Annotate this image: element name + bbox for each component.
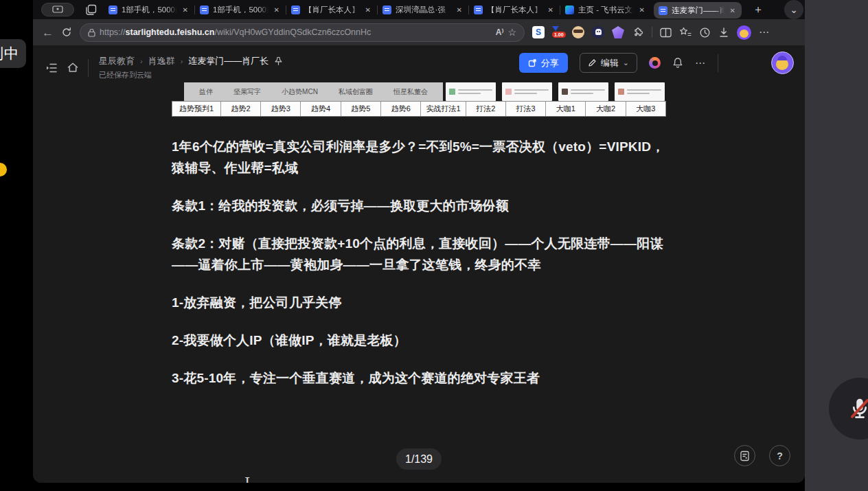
thumbnail-image	[618, 89, 624, 95]
history-button[interactable]	[699, 27, 711, 38]
table-cell[interactable]: 趋势3	[261, 102, 301, 116]
collections-button[interactable]	[679, 27, 692, 38]
refresh-button[interactable]	[61, 27, 72, 38]
chevron-down-icon: ⌄	[623, 58, 629, 67]
browser-tab[interactable]: 【肖厂长本人】直✕	[469, 0, 560, 19]
doc-paragraph[interactable]: 1年6个亿的营收=真实公司利润率是多少？=不到5%=一票否决权（veto）=VI…	[172, 136, 666, 179]
document-icon	[291, 5, 300, 14]
browser-tab[interactable]: 1部手机，5000好✕	[195, 0, 286, 19]
edit-label: 编辑	[601, 57, 619, 69]
browser-tab[interactable]: 主页 - 飞书云文档✕	[560, 0, 651, 19]
recording-ring-icon[interactable]	[649, 57, 661, 69]
edit-button[interactable]: 编辑 ⌄	[580, 53, 637, 73]
browser-tab[interactable]: 连麦掌门——肖厂✕	[654, 2, 742, 19]
catalog-button[interactable]	[734, 445, 755, 466]
recording-status-badge: 录制中	[0, 39, 26, 68]
tab-title: 1部手机，5000好	[122, 5, 177, 15]
tab-title: 主页 - 飞书云文档	[578, 5, 634, 15]
thumbnail-card	[558, 82, 608, 101]
extension-ghost-icon[interactable]	[592, 26, 604, 38]
extension-s-icon[interactable]: S	[532, 26, 545, 38]
breadcrumb-item[interactable]: 肖逸群	[148, 55, 175, 67]
doc-paragraph[interactable]: 条款1：给我的投资款，必须亏掉——换取更大的市场份额	[172, 195, 666, 216]
browser-tab[interactable]: 1部手机，5000好✕	[104, 0, 194, 19]
tab-title: 【肖厂长本人】直	[487, 5, 542, 15]
workspaces-button[interactable]	[85, 4, 97, 16]
breadcrumb-item[interactable]: 连麦掌门——肖厂长	[188, 55, 269, 67]
chevron-down-icon: ⌄	[790, 4, 798, 15]
toggle-sidebar-button[interactable]	[45, 62, 58, 73]
table-cell[interactable]: 大咖1	[546, 102, 586, 116]
page-indicator: 1/139	[396, 448, 442, 470]
browser-tab[interactable]: 【肖厂长本人】直✕	[286, 0, 377, 19]
document-icon	[474, 5, 483, 14]
document-content: 益伴坚果写字小趋势MCN私域创富圈恒星私董会	[33, 82, 805, 483]
course-tab-label: 小趋势MCN	[282, 87, 318, 97]
table-cell[interactable]: 实战打法1	[421, 102, 466, 116]
screen-share-icon	[52, 5, 63, 14]
header-divider	[88, 59, 89, 77]
text-cursor-ibeam: I	[244, 475, 250, 483]
extension-gem-icon[interactable]	[612, 26, 624, 38]
pin-icon[interactable]	[274, 56, 283, 66]
tab-close-icon[interactable]: ✕	[547, 6, 555, 14]
tab-title: 1部手机，5000好	[213, 5, 269, 15]
downloads-button[interactable]	[718, 27, 729, 38]
split-screen-button[interactable]	[660, 27, 672, 38]
feishu-logo-icon	[565, 5, 574, 14]
help-button[interactable]: ?	[769, 445, 790, 466]
doc-paragraph[interactable]: 3-花5-10年，专注一个垂直赛道，成为这个赛道的绝对专家王者	[172, 367, 666, 389]
table-cell[interactable]: 趋势5	[341, 102, 381, 116]
lock-icon	[88, 28, 95, 37]
browser-menu-button[interactable]: ⋯	[759, 26, 770, 38]
table-cell[interactable]: 趋势4	[301, 102, 341, 116]
header-left-controls: 星辰教育›肖逸群›连麦掌门——肖厂长 已经保存到云端	[45, 55, 283, 80]
price-flag-icon	[552, 26, 559, 31]
tab-close-icon[interactable]: ✕	[181, 6, 190, 14]
favorite-star-button[interactable]: ☆	[507, 27, 516, 38]
table-cell[interactable]: 趋势预判1	[172, 102, 221, 116]
url-text: https://starlightedu.feishu.cn/wiki/VqH0…	[100, 27, 371, 37]
tab-activity-button[interactable]	[41, 3, 74, 16]
document-icon	[659, 6, 667, 15]
more-options-button[interactable]: ⋯	[695, 57, 706, 69]
thumbnail-image	[505, 89, 512, 95]
extension-glasses-face-icon[interactable]	[572, 26, 584, 38]
tab-list: 1部手机，5000好✕1部手机，5000好✕【肖厂长本人】直✕深圳湾晶总·强✕【…	[104, 0, 744, 19]
doc-paragraph[interactable]: 2-我要做个人IP（谁做IP，谁就是老板）	[172, 330, 666, 351]
tab-title: 【肖厂长本人】直	[304, 5, 360, 15]
breadcrumb-item[interactable]: 星辰教育	[99, 55, 135, 67]
table-cell[interactable]: 打法2	[466, 102, 506, 116]
tab-search-button[interactable]: ⌄	[784, 0, 803, 19]
table-cell[interactable]: 趋势6	[381, 102, 421, 116]
read-aloud-button[interactable]: A⁾	[496, 27, 504, 37]
tab-close-icon[interactable]: ✕	[273, 6, 281, 14]
share-icon	[528, 58, 537, 67]
doc-paragraph[interactable]: 1-放弃融资，把公司几乎关停	[172, 292, 666, 313]
tab-close-icon[interactable]: ✕	[638, 6, 646, 14]
table-cell[interactable]: 打法3	[506, 102, 546, 116]
tab-close-icon[interactable]: ✕	[455, 6, 464, 14]
tab-close-icon[interactable]: ✕	[729, 7, 737, 14]
home-button[interactable]	[67, 62, 79, 73]
user-avatar[interactable]	[771, 52, 794, 74]
doc-paragraph[interactable]: 条款2：对赌（直接把投资款+10个点的利息，直接收回）——个人无限连带——阳谋—…	[172, 233, 666, 275]
back-button[interactable]: ←	[42, 27, 54, 38]
extensions-puzzle-button[interactable]	[632, 26, 644, 38]
notifications-bell-button[interactable]	[672, 57, 683, 69]
table-cell[interactable]: 大咖2	[586, 102, 626, 116]
browser-tab[interactable]: 深圳湾晶总·强✕	[378, 0, 468, 19]
url-host: starlightedu.feishu.cn	[126, 27, 215, 37]
table-cell[interactable]: 趋势2	[221, 102, 261, 116]
address-bar[interactable]: https://starlightedu.feishu.cn/wiki/VqH0…	[80, 23, 525, 42]
browser-profile-avatar[interactable]	[737, 25, 751, 40]
table-cell[interactable]: 大咖3	[626, 102, 665, 116]
notification-dot	[0, 163, 7, 176]
feishu-app: 星辰教育›肖逸群›连麦掌门——肖厂长 已经保存到云端 分享	[33, 45, 805, 483]
browser-tab-bar: 1部手机，5000好✕1部手机，5000好✕【肖厂长本人】直✕深圳湾晶总·强✕【…	[33, 0, 805, 19]
extension-price-tag-icon[interactable]: 1.00	[552, 26, 564, 38]
tab-close-icon[interactable]: ✕	[364, 6, 372, 14]
share-button[interactable]: 分享	[519, 53, 568, 73]
document-column: 益伴坚果写字小趋势MCN私域创富圈恒星私董会	[172, 82, 666, 405]
new-tab-button[interactable]: ＋	[753, 3, 764, 17]
